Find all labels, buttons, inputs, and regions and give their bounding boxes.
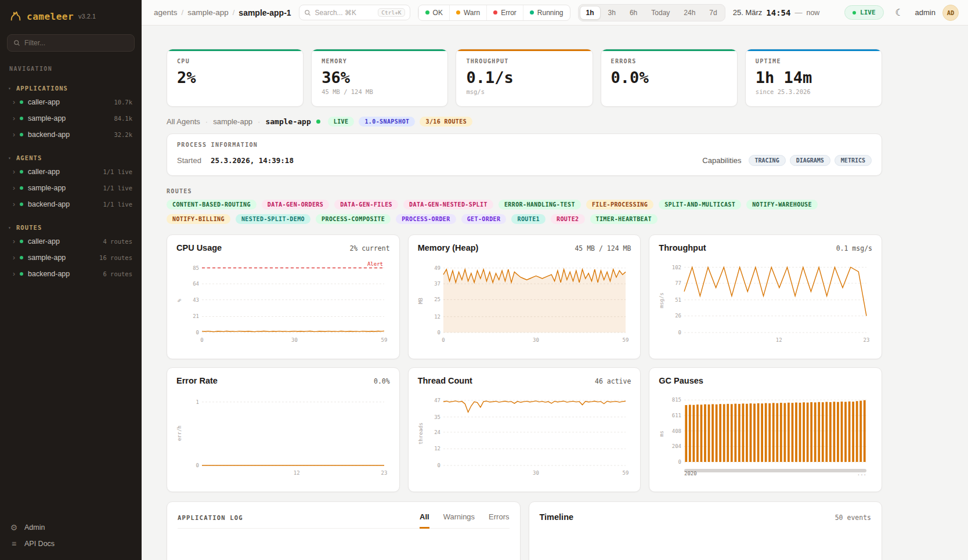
section-title: ROUTES — [16, 224, 42, 231]
timeline-card: Timeline 50 events — [529, 501, 883, 560]
sidebar-item-label: sample-app — [28, 114, 66, 122]
svg-text:30: 30 — [291, 337, 298, 343]
gear-icon: ⚙ — [9, 523, 19, 532]
route-badge[interactable]: GET-ORDER — [461, 214, 507, 224]
route-badge[interactable]: PROCESS-ORDER — [396, 214, 456, 224]
y-axis-label: % — [176, 299, 182, 302]
route-badge[interactable]: SPLIT-AND-MULTICAST — [659, 200, 741, 209]
breadcrumb-sample-app[interactable]: sample-app — [187, 8, 229, 17]
nav-section-agents: ▾ AGENTS › caller-app 1/1 live › s — [0, 152, 142, 212]
sidebar-item[interactable]: › backend-app 1/1 live — [0, 196, 142, 212]
route-badge[interactable]: NOTIFY-WAREHOUSE — [746, 200, 818, 209]
logo[interactable]: cameleer v3.2.1 — [0, 0, 142, 30]
time-label: 14:54 — [766, 8, 790, 17]
sidebar-item[interactable]: › caller-app 10.7k — [0, 94, 142, 110]
log-tab[interactable]: Errors — [489, 512, 509, 529]
stat-card[interactable]: MEMORY 36% 45 MB / 124 MB — [311, 49, 448, 107]
route-badge[interactable]: ROUTE2 — [551, 214, 585, 224]
time-range-button[interactable]: 7d — [703, 6, 723, 20]
svg-text:49: 49 — [434, 265, 440, 271]
stat-card[interactable]: CPU 2% — [167, 49, 304, 107]
date-range-control[interactable]: 25. März 14:54 — now — [733, 8, 820, 17]
svg-text:102: 102 — [672, 265, 681, 270]
stat-subtext: msg/s — [466, 88, 582, 95]
cpu-usage-chart: 02143648503059Alert — [182, 257, 389, 344]
y-axis-label: ms — [659, 431, 664, 437]
agent-status-dot — [316, 120, 320, 124]
chart-title: Memory (Heap) — [418, 243, 479, 252]
breadcrumb-agents[interactable]: agents — [154, 8, 178, 17]
sidebar-item-api-docs[interactable]: ≡ API Docs — [9, 539, 132, 548]
svg-text:77: 77 — [675, 280, 681, 286]
chevron-right-icon: › — [13, 185, 15, 192]
sidebar-item[interactable]: › backend-app 6 routes — [0, 266, 142, 282]
time-range-button[interactable]: 24h — [677, 6, 702, 20]
log-tab[interactable]: Warnings — [443, 512, 475, 529]
sidebar-item[interactable]: › backend-app 32.2k — [0, 127, 142, 143]
status-filter[interactable]: Warn — [449, 5, 486, 20]
all-agents-link[interactable]: All Agents — [167, 117, 200, 126]
y-axis-label: MB — [418, 298, 424, 304]
svg-text:12: 12 — [294, 470, 300, 476]
theme-toggle-button[interactable]: ☾ — [891, 4, 908, 21]
cameleer-logo-icon — [9, 10, 22, 23]
route-badge[interactable]: CONTENT-BASED-ROUTING — [167, 200, 257, 209]
global-search[interactable]: Ctrl+K — [299, 5, 410, 20]
time-range-button[interactable]: Today — [645, 6, 676, 20]
status-filter[interactable]: OK — [418, 5, 449, 20]
route-badge[interactable]: DATA-GEN-NESTED-SPLIT — [403, 200, 493, 209]
sidebar-item[interactable]: › caller-app 4 routes — [0, 233, 142, 250]
section-header-agents[interactable]: ▾ AGENTS — [0, 152, 142, 164]
svg-text:25: 25 — [434, 297, 440, 302]
live-label: LIVE — [860, 9, 876, 16]
status-dot — [20, 133, 23, 136]
sidebar-item-label: sample-app — [28, 254, 66, 262]
time-range-button[interactable]: 1h — [580, 6, 601, 20]
time-range-button[interactable]: 3h — [602, 6, 622, 20]
app-link[interactable]: sample-app — [213, 117, 252, 126]
svg-text:815: 815 — [672, 397, 681, 403]
status-dot — [20, 100, 23, 104]
svg-text:12: 12 — [434, 314, 440, 320]
section-header-applications[interactable]: ▾ APPLICATIONS — [0, 82, 142, 94]
sidebar-item-count: 32.2k — [114, 131, 132, 138]
sidebar-item-admin[interactable]: ⚙ Admin — [9, 523, 132, 532]
stat-card[interactable]: UPTIME 1h 14m since 25.3.2026 — [745, 49, 882, 107]
stat-label: THROUGHPUT — [466, 58, 582, 64]
log-tab[interactable]: All — [420, 512, 429, 529]
route-badge[interactable]: PROCESS-COMPOSITE — [316, 214, 391, 224]
avatar[interactable]: AD — [942, 5, 959, 21]
chart-title: Thread Count — [418, 376, 472, 385]
route-badge[interactable]: FILE-PROCESSING — [586, 200, 653, 209]
sidebar-filter[interactable] — [7, 34, 135, 52]
route-badge[interactable]: DATA-GEN-FILES — [334, 200, 398, 209]
route-badge[interactable]: NESTED-SPLIT-DEMO — [236, 214, 310, 224]
status-filter-label: OK — [433, 9, 443, 17]
sidebar-item-label: caller-app — [28, 98, 60, 106]
sidebar-item[interactable]: › sample-app 1/1 live — [0, 180, 142, 196]
route-badge[interactable]: NOTIFY-BILLING — [167, 214, 230, 224]
status-filter[interactable]: Running — [523, 5, 570, 20]
sidebar-item-count: 16 routes — [99, 254, 132, 261]
stat-card[interactable]: THROUGHPUT 0.1/s msg/s — [456, 49, 593, 107]
search-input[interactable] — [315, 9, 374, 17]
main-area: agents / sample-app / sample-app-1 Ctrl+… — [142, 0, 968, 560]
time-range-button[interactable]: 6h — [623, 6, 644, 20]
status-filter[interactable]: Error — [486, 5, 523, 20]
route-badge[interactable]: TIMER-HEARTBEAT — [590, 214, 658, 224]
route-badge[interactable]: ERROR-HANDLING-TEST — [499, 200, 581, 209]
live-toggle[interactable]: LIVE — [844, 5, 884, 20]
route-badge[interactable]: DATA-GEN-ORDERS — [262, 200, 329, 209]
section-header-routes[interactable]: ▾ ROUTES — [0, 222, 142, 233]
status-dot — [20, 117, 23, 120]
routes-list: › caller-app 4 routes › sample-app 16 ro… — [0, 233, 142, 282]
section-title: APPLICATIONS — [16, 85, 68, 92]
sidebar-item[interactable]: › sample-app 84.1k — [0, 110, 142, 127]
stat-card[interactable]: ERRORS 0.0% — [601, 49, 738, 107]
route-badge[interactable]: ROUTE1 — [511, 214, 546, 224]
svg-text:23: 23 — [381, 470, 388, 476]
sidebar-item[interactable]: › caller-app 1/1 live — [0, 164, 142, 180]
sidebar-item[interactable]: › sample-app 16 routes — [0, 250, 142, 266]
breadcrumb: agents / sample-app / sample-app-1 — [154, 8, 291, 17]
filter-input[interactable] — [24, 39, 128, 47]
